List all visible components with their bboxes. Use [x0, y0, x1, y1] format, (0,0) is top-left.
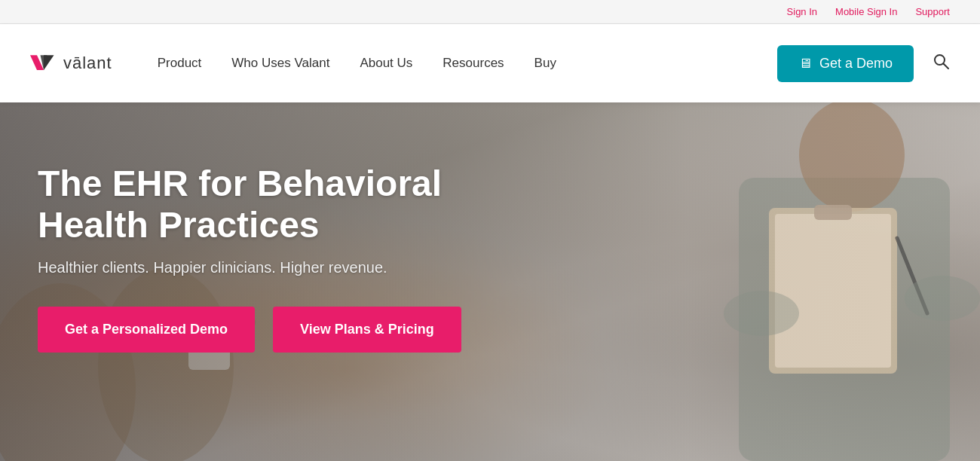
get-demo-button[interactable]: 🖥 Get a Demo [777, 45, 914, 82]
get-personalized-demo-button[interactable]: Get a Personalized Demo [38, 307, 255, 353]
view-plans-pricing-button[interactable]: View Plans & Pricing [273, 307, 461, 353]
top-bar: Sign In Mobile Sign In Support [0, 0, 980, 24]
logo-icon [30, 50, 57, 77]
get-demo-label: Get a Demo [819, 56, 893, 72]
logo-link[interactable]: vālant [30, 50, 112, 77]
nav-resources[interactable]: Resources [443, 56, 504, 71]
mobile-sign-in-link[interactable]: Mobile Sign In [835, 6, 897, 17]
hero-title: The EHR for Behavioral Health Practices [38, 163, 490, 246]
support-link[interactable]: Support [915, 6, 950, 17]
sign-in-link[interactable]: Sign In [787, 6, 817, 17]
nav-links: Product Who Uses Valant About Us Resourc… [158, 56, 777, 71]
nav-about[interactable]: About Us [360, 56, 412, 71]
navbar: vālant Product Who Uses Valant About Us … [0, 24, 980, 102]
nav-who-uses[interactable]: Who Uses Valant [231, 56, 329, 71]
hero-content: The EHR for Behavioral Health Practices … [0, 102, 528, 390]
logo-text: vālant [63, 53, 112, 73]
hero-section: The EHR for Behavioral Health Practices … [0, 102, 980, 461]
nav-product[interactable]: Product [158, 56, 202, 71]
hero-subtitle: Healthier clients. Happier clinicians. H… [38, 259, 490, 276]
search-icon[interactable] [932, 52, 950, 75]
nav-buy[interactable]: Buy [534, 56, 556, 71]
hero-buttons: Get a Personalized Demo View Plans & Pri… [38, 307, 490, 353]
svg-marker-2 [44, 55, 54, 70]
svg-line-4 [944, 64, 949, 69]
monitor-icon: 🖥 [798, 56, 812, 72]
